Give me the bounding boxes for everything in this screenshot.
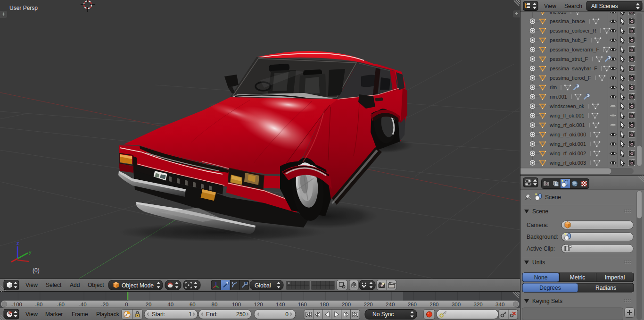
svg-text:40: 40 (167, 302, 173, 307)
svg-text:View: View (544, 3, 556, 9)
svg-text:End:: End: (206, 311, 218, 318)
svg-text:Scene: Scene (532, 208, 548, 215)
svg-text:Scene: Scene (545, 194, 561, 201)
svg-text:340: 340 (495, 302, 504, 307)
svg-text:Global: Global (255, 282, 271, 289)
svg-text:pessima_hub_F: pessima_hub_F (550, 37, 587, 43)
svg-text:120: 120 (254, 302, 263, 307)
svg-text:wing_rf_oki.001: wing_rf_oki.001 (549, 141, 586, 147)
svg-text:-100: -100 (11, 302, 22, 307)
svg-text:y: y (29, 249, 32, 255)
svg-text:80: 80 (212, 302, 218, 307)
svg-text:300: 300 (452, 302, 461, 307)
svg-text:Add: Add (70, 282, 80, 288)
svg-text:Keying Sets: Keying Sets (532, 298, 562, 304)
svg-text:View: View (25, 311, 38, 318)
svg-text:wing_rf_oki.000: wing_rf_oki.000 (549, 132, 586, 137)
svg-text:pessima_strut_F: pessima_strut_F (550, 56, 588, 62)
svg-text:Select: Select (46, 282, 62, 288)
svg-text:20: 20 (146, 302, 152, 307)
svg-text:Metric: Metric (570, 274, 586, 281)
svg-text:Degrees: Degrees (539, 285, 561, 291)
svg-text:240: 240 (386, 302, 395, 307)
svg-text:1: 1 (189, 311, 192, 318)
svg-text:Playback: Playback (96, 311, 120, 318)
svg-text:Active Clip:: Active Clip: (527, 245, 555, 252)
svg-text:pessima_swaybar_F: pessima_swaybar_F (550, 66, 597, 71)
svg-text:280: 280 (429, 302, 438, 307)
svg-text:Units: Units (532, 259, 545, 266)
svg-text:Frame: Frame (72, 311, 88, 318)
svg-text:160: 160 (298, 302, 307, 307)
svg-text:rim.001: rim.001 (550, 94, 567, 100)
svg-text:180: 180 (320, 302, 329, 307)
svg-text:View: View (25, 282, 38, 288)
svg-text:0: 0 (285, 311, 289, 318)
svg-text:pessima_brace: pessima_brace (550, 18, 585, 24)
svg-text:wing_rf_oki.003: wing_rf_oki.003 (549, 160, 586, 166)
svg-text:0: 0 (125, 302, 128, 307)
svg-text:Search: Search (564, 3, 582, 9)
svg-text:200: 200 (342, 302, 351, 307)
svg-text:pessima_coilover_R: pessima_coilover_R (550, 28, 596, 34)
svg-text:-40: -40 (79, 302, 87, 307)
svg-text:250: 250 (236, 311, 246, 318)
svg-text:220: 220 (364, 302, 373, 307)
svg-text:-20: -20 (101, 302, 109, 307)
svg-text:wing_lf_ok.001: wing_lf_ok.001 (549, 113, 584, 118)
svg-text:-80: -80 (35, 302, 43, 307)
svg-text:Marker: Marker (45, 311, 63, 318)
svg-text:Radians: Radians (595, 285, 616, 291)
svg-text:pessima_tierod_F: pessima_tierod_F (550, 75, 591, 81)
svg-text:-60: -60 (57, 302, 65, 307)
svg-text:260: 260 (408, 302, 417, 307)
svg-text:100: 100 (232, 302, 241, 307)
svg-text:140: 140 (276, 302, 285, 307)
svg-text:No Sync: No Sync (372, 311, 394, 318)
svg-text:All Scenes: All Scenes (591, 3, 618, 9)
svg-text:z: z (17, 240, 19, 246)
svg-text:rim: rim (550, 84, 557, 90)
svg-text:pessima_lowerarm_F: pessima_lowerarm_F (550, 47, 599, 52)
svg-text:windscreen_ok: windscreen_ok (549, 103, 585, 109)
svg-text:320: 320 (474, 302, 483, 307)
svg-text:Object Mode: Object Mode (122, 282, 154, 289)
svg-text:Camera:: Camera: (527, 222, 548, 228)
svg-text:Start:: Start: (152, 311, 165, 318)
svg-text:Imperial: Imperial (605, 274, 625, 281)
svg-text:Object: Object (88, 282, 104, 288)
svg-text:Background:: Background: (527, 234, 558, 240)
svg-text:60: 60 (190, 302, 196, 307)
svg-text:None: None (534, 274, 548, 281)
svg-text:wing_rf_ok.001: wing_rf_ok.001 (549, 122, 585, 128)
svg-text:wing_rf_oki.002: wing_rf_oki.002 (549, 151, 586, 156)
